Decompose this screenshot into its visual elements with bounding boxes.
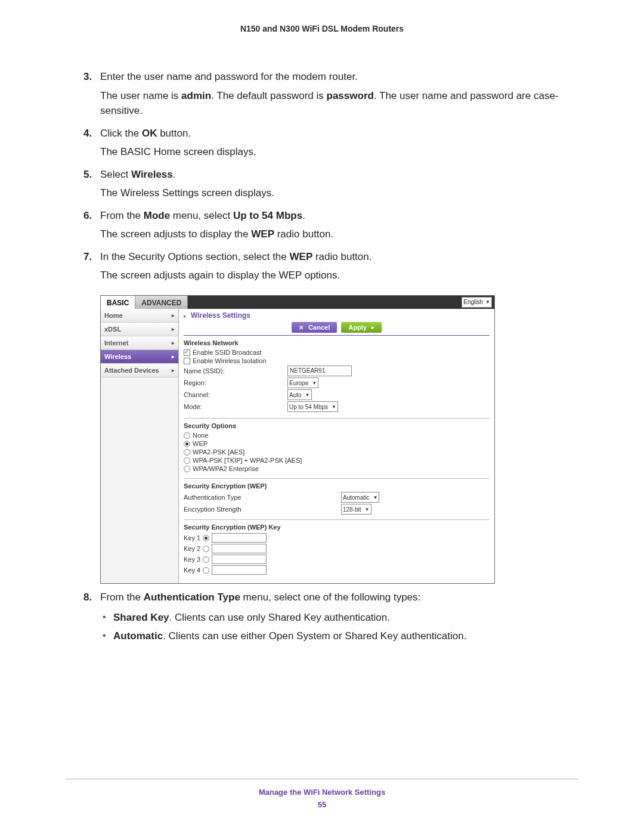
text: The user name is [100,90,181,101]
cancel-button[interactable]: ✕Cancel [292,322,337,333]
text: menu, select [170,210,233,221]
security-none-radio[interactable] [184,432,190,439]
text: From the [100,210,144,221]
key3-input[interactable] [212,555,267,564]
text: button. [157,128,191,139]
chevron-right-icon: ▸ [172,326,175,332]
radio-label: WPA-PSK [TKIP] + WPA2-PSK [AES] [193,457,302,464]
sidebar-item-xdsl[interactable]: xDSL▸ [101,323,178,336]
step-number: 8. [83,590,92,605]
section-security-options: Security Options [184,422,490,429]
bold-text: OK [142,128,157,139]
router-ui-screenshot: BASIC ADVANCED English▼ Home▸ xDSL▸ Inte… [100,295,495,584]
region-row: Region: Europe▼ [184,377,490,388]
step-detail: The screen adjusts again to display the … [100,268,578,283]
text: Select [100,169,131,180]
chevron-down-icon: ▼ [373,495,377,500]
tab-advanced[interactable]: ADVANCED [135,296,188,309]
bullet-shared-key: Shared Key. Clients can use only Shared … [100,610,578,625]
step-detail: The user name is admin. The default pass… [100,88,578,119]
button-label: Cancel [308,324,330,331]
chevron-down-icon: ▼ [365,507,370,512]
chevron-right-icon: ▸ [172,354,175,360]
sidebar-item-internet[interactable]: Internet▸ [101,336,178,350]
divider [184,478,490,479]
select-value: Europe [289,380,308,386]
sidebar-item-home[interactable]: Home▸ [101,309,178,323]
checkbox-label: Enable SSID Broadcast [193,349,262,356]
security-enterprise-row: WPA/WPA2 Enterprise [184,465,490,472]
security-wep-radio[interactable] [184,441,190,447]
chevron-right-icon: ▸ [172,367,175,373]
region-label: Region: [184,379,285,386]
step-5: 5. Select Wireless. The Wireless Setting… [66,167,578,201]
key1-input[interactable] [212,533,267,543]
auth-type-select[interactable]: Automatic▼ [341,492,379,503]
key1-radio[interactable] [203,535,209,541]
key4-radio[interactable] [203,567,209,574]
region-select[interactable]: Europe▼ [287,377,318,388]
key4-input[interactable] [212,565,267,575]
text: . The default password is [211,90,326,101]
step-7: 7. In the Security Options section, sele… [66,249,578,283]
language-select[interactable]: English▼ [462,297,492,308]
router-tab-bar: BASIC ADVANCED English▼ [101,296,494,309]
ssid-label: Name (SSID): [184,367,285,374]
channel-label: Channel: [184,391,285,398]
security-mixed-row: WPA-PSK [TKIP] + WPA2-PSK [AES] [184,457,490,464]
section-wep-key: Security Encryption (WEP) Key [184,524,490,531]
key2-radio[interactable] [203,546,209,552]
key2-row: Key 2 [184,544,490,553]
key3-radio[interactable] [203,556,209,563]
select-value: Auto [289,392,302,398]
text: radio button. [274,228,333,240]
apply-button[interactable]: Apply▸ [341,322,382,333]
auth-type-row: Authentication Type Automatic▼ [184,492,490,503]
chevron-down-icon: ▼ [332,404,336,410]
divider [184,418,490,419]
bold-text: Wireless [131,169,173,180]
security-mixed-radio[interactable] [184,457,190,464]
ssid-input[interactable]: NETGEAR91 [287,366,352,376]
router-content: ▸ Wireless Settings ✕Cancel Apply▸ Wirel… [179,309,494,584]
text: The screen adjusts to display the [100,228,251,240]
step-3: 3. Enter the user name and password for … [66,69,578,119]
security-wpa2-radio[interactable] [184,449,190,456]
divider [184,335,490,336]
step-8-bullets: Shared Key. Clients can use only Shared … [100,610,578,644]
sidebar-item-attached[interactable]: Attached Devices▸ [101,364,178,377]
text: menu, select one of the following types: [240,592,420,603]
text: radio button. [312,251,371,262]
step-number: 5. [83,167,92,182]
enable-ssid-checkbox[interactable] [184,349,190,356]
step-number: 7. [83,249,92,265]
bold-text: WEP [290,251,313,262]
bold-text: WEP [251,228,274,240]
step-8: 8. From the Authentication Type menu, se… [66,590,578,644]
key-label: Key 1 [184,534,200,541]
chevron-down-icon: ▼ [312,380,317,386]
security-wpa2-row: WPA2-PSK [AES] [184,448,490,456]
router-sidebar: Home▸ xDSL▸ Internet▸ Wireless▸ Attached… [101,309,179,584]
mode-select[interactable]: Up to 54 Mbps▼ [287,401,338,412]
bold-text: Up to 54 Mbps [233,210,302,221]
footer-page-number: 55 [0,800,644,809]
security-enterprise-radio[interactable] [184,466,190,472]
text: . [173,169,176,180]
auth-type-label: Authentication Type [184,494,339,501]
mode-row: Mode: Up to 54 Mbps▼ [184,401,490,412]
step-detail: The screen adjusts to display the WEP ra… [100,227,578,242]
select-value: Automatic [343,494,369,501]
enable-ssid-row: Enable SSID Broadcast [184,349,490,356]
sidebar-item-label: Home [104,312,123,319]
channel-select[interactable]: Auto▼ [287,389,312,400]
enable-isolation-checkbox[interactable] [184,358,190,364]
key2-input[interactable] [212,544,267,553]
sidebar-item-wireless[interactable]: Wireless▸ [101,350,178,364]
enc-strength-select[interactable]: 128-bit▼ [341,504,371,515]
chevron-down-icon: ▼ [305,392,310,398]
section-wep-encryption: Security Encryption (WEP) [184,482,490,490]
tab-basic[interactable]: BASIC [101,296,135,309]
text: Click the [100,128,142,139]
close-icon: ✕ [299,324,304,331]
